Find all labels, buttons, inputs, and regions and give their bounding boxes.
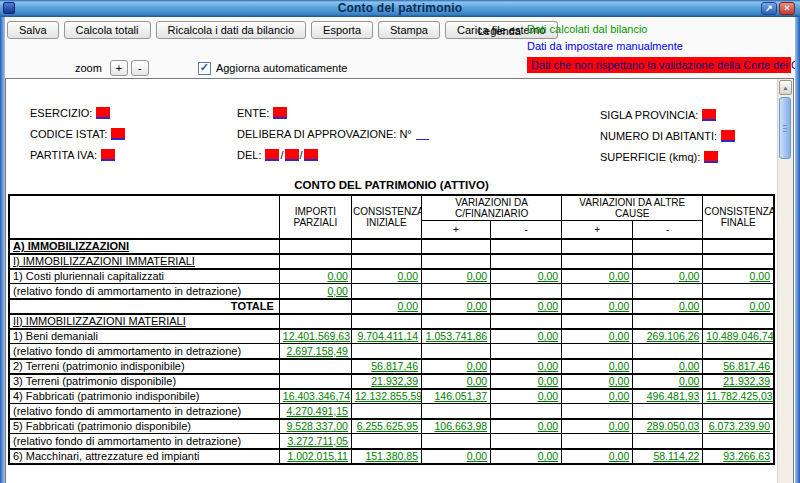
superficie-field[interactable] [704, 151, 718, 163]
value-cell[interactable]: 0,00 [562, 374, 633, 389]
value-cell[interactable]: 0,00 [422, 299, 491, 314]
value-cell[interactable]: 56.817,46 [703, 359, 774, 374]
value-cell[interactable]: 56.817,46 [351, 359, 421, 374]
value-cell[interactable]: 0,00 [491, 299, 562, 314]
table-row: (relativo fondo di ammortamento in detra… [9, 404, 774, 419]
value-cell[interactable]: 0,00 [279, 269, 351, 284]
value-cell[interactable]: 0,00 [279, 284, 351, 299]
codice-istat-field[interactable] [111, 128, 125, 140]
value-cell[interactable]: 0,00 [562, 269, 633, 284]
value-cell[interactable]: 0,00 [633, 299, 703, 314]
ente-label: ENTE: [237, 107, 269, 119]
partita-iva-field[interactable] [101, 149, 115, 161]
value-cell [703, 314, 774, 329]
value-cell[interactable]: 6.073.239,90 [703, 419, 774, 434]
value-cell[interactable]: 16.403.346,74 [279, 389, 351, 404]
table-row: 5) Fabbricati (patrimonio disponibile)9.… [9, 419, 774, 434]
value-cell[interactable]: 2.697.158,49 [279, 344, 351, 359]
value-cell[interactable]: 1.002.015,11 [279, 449, 351, 464]
value-cell[interactable]: 0,00 [633, 374, 703, 389]
value-cell[interactable]: 10.489.046,74 [703, 329, 774, 344]
value-cell[interactable]: 0,00 [562, 449, 633, 464]
value-cell[interactable]: 9.704.411,14 [351, 329, 421, 344]
value-cell[interactable]: 0,00 [703, 269, 774, 284]
ente-row: ENTE: [237, 105, 287, 120]
value-cell[interactable]: 21.932,39 [351, 374, 421, 389]
toolbar-button-1[interactable]: Calcola totali [64, 21, 151, 39]
value-cell[interactable]: 289.050,03 [633, 419, 703, 434]
delibera-label: DELIBERA DI APPROVAZIONE: N° [237, 128, 412, 140]
close-button[interactable]: × [779, 2, 795, 15]
value-cell[interactable]: 1.053.741,86 [422, 329, 491, 344]
value-cell [703, 284, 774, 299]
sigla-provincia-row: SIGLA PROVINCIA: [600, 107, 716, 122]
numero-abitanti-field[interactable] [721, 130, 735, 142]
value-cell[interactable]: 146.051,37 [422, 389, 491, 404]
value-cell [279, 359, 351, 374]
value-cell[interactable]: 0,00 [422, 269, 491, 284]
toolbar-button-0[interactable]: Salva [7, 21, 59, 39]
value-cell[interactable]: 21.932,39 [703, 374, 774, 389]
del-row: DEL: / / [237, 147, 318, 162]
value-cell[interactable]: 0,00 [633, 269, 703, 284]
del-year-field[interactable] [304, 149, 318, 161]
esercizio-field[interactable] [96, 107, 110, 119]
delibera-numero-field[interactable] [416, 128, 429, 140]
value-cell[interactable]: 0,00 [562, 299, 633, 314]
value-cell[interactable]: 0,00 [491, 389, 562, 404]
value-cell[interactable]: 106.663,98 [422, 419, 491, 434]
header-minus: - [633, 221, 703, 239]
value-cell[interactable]: 12.401.569,63 [279, 329, 351, 344]
value-cell[interactable]: 269.106,26 [633, 329, 703, 344]
toolbar-button-3[interactable]: Esporta [311, 21, 373, 39]
value-cell [351, 254, 421, 269]
value-cell[interactable]: 0,00 [491, 374, 562, 389]
value-cell[interactable]: 0,00 [633, 359, 703, 374]
value-cell[interactable]: 0,00 [491, 449, 562, 464]
toolbar-button-4[interactable]: Stampa [378, 21, 440, 39]
value-cell[interactable]: 0,00 [422, 449, 491, 464]
value-cell[interactable]: 3.272.711,05 [279, 434, 351, 449]
value-cell [491, 344, 562, 359]
value-cell[interactable]: 0,00 [351, 269, 421, 284]
value-cell[interactable]: 12.132.855,59 [351, 389, 421, 404]
auto-update-checkbox[interactable]: ✓ [198, 62, 211, 75]
vertical-scrollbar[interactable]: ▲ [777, 79, 793, 483]
window-title: Conto del patrimonio [30, 1, 770, 15]
zoom-in-button[interactable]: + [110, 60, 128, 76]
zoom-out-button[interactable]: - [131, 60, 149, 76]
value-cell[interactable]: 0,00 [562, 389, 633, 404]
value-cell[interactable]: 0,00 [422, 359, 491, 374]
del-month-field[interactable] [285, 149, 299, 161]
legend-label: Legenda [478, 25, 521, 37]
value-cell [351, 344, 421, 359]
row-label: A) IMMOBILIZZAZIONI [9, 239, 279, 254]
value-cell[interactable]: 9.528.337,00 [279, 419, 351, 434]
sigla-provincia-field[interactable] [702, 109, 716, 121]
value-cell[interactable]: 0,00 [491, 419, 562, 434]
content-panel: ESERCIZIO: CODICE ISTAT: PARTITA IVA: EN… [5, 78, 794, 483]
value-cell [351, 434, 421, 449]
value-cell[interactable]: 93.266,63 [703, 449, 774, 464]
value-cell[interactable]: 496.481,93 [633, 389, 703, 404]
value-cell[interactable]: 0,00 [703, 299, 774, 314]
value-cell[interactable]: 58.114,22 [633, 449, 703, 464]
value-cell[interactable]: 0,00 [491, 329, 562, 344]
del-day-field[interactable] [265, 149, 279, 161]
value-cell[interactable]: 0,00 [491, 269, 562, 284]
value-cell[interactable]: 0,00 [562, 329, 633, 344]
ente-field[interactable] [273, 107, 287, 119]
scrollbar-thumb[interactable] [779, 97, 791, 159]
value-cell[interactable]: 11.782.425,03 [703, 389, 774, 404]
value-cell[interactable]: 0,00 [562, 359, 633, 374]
value-cell[interactable]: 0,00 [562, 419, 633, 434]
value-cell[interactable]: 4.270.491,15 [279, 404, 351, 419]
value-cell[interactable]: 0,00 [351, 299, 421, 314]
value-cell[interactable]: 6.255.625,95 [351, 419, 421, 434]
value-cell[interactable]: 0,00 [422, 374, 491, 389]
toolbar-button-2[interactable]: Ricalcola i dati da bilancio [156, 21, 307, 39]
scroll-up-button[interactable]: ▲ [779, 80, 792, 95]
value-cell[interactable]: 151.380,85 [351, 449, 421, 464]
value-cell[interactable]: 0,00 [491, 359, 562, 374]
restore-button[interactable]: ↗ [761, 2, 777, 15]
